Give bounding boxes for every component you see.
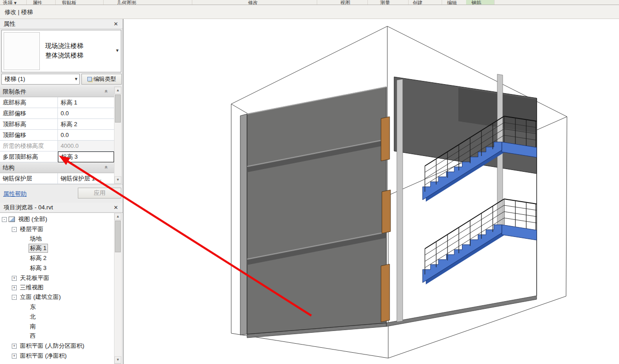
project-browser-panel: 项目浏览器 - 04.rvt ✕ - 视图 (全部) - 楼层平面 场地 标高 … [0,203,123,364]
model-3d-view[interactable] [123,19,619,364]
tree-item-ceiling-plans[interactable]: + 天花板平面 [0,274,114,283]
section-row[interactable]: 结构 » [0,162,114,173]
property-label: 底部偏移 [0,108,58,119]
property-value[interactable]: 钢筋保护层 1 ... [58,173,114,184]
scrollbar-thumb[interactable] [115,95,121,123]
collapse-section-icon[interactable]: » [103,90,110,93]
property-label: 底部标高 [0,97,58,108]
property-row: 顶部偏移 0.0 [0,130,114,141]
properties-table: 限制条件 » 底部标高 标高 1 底部偏移 0.0 顶部标高 标高 2 顶部偏移… [0,86,114,184]
collapse-section-icon[interactable]: » [103,166,110,169]
expand-node-icon[interactable]: + [12,344,17,349]
expand-node-icon[interactable]: + [12,276,17,281]
ribbon-panel-create[interactable]: 创建 [413,0,423,5]
ribbon-panel-clipboard[interactable]: 剪贴板 [62,0,76,5]
property-row: 底部偏移 0.0 [0,108,114,119]
scroll-up-icon[interactable]: ▲ [114,87,121,94]
chevron-down-icon: ▾ [75,76,77,82]
column [397,79,403,322]
tree-item-east[interactable]: 东 [0,303,114,312]
tree-item-level-1[interactable]: 标高 1 [0,244,114,253]
door [381,264,390,322]
chevron-down-icon[interactable]: ▾ [116,47,119,53]
property-label: 顶部偏移 [0,130,58,141]
property-label: 所需的楼梯高度 [0,141,58,151]
ribbon-panel-geometry[interactable]: 几何图形 [117,0,137,5]
browser-scrollbar[interactable]: ▲ ▼ [114,213,122,364]
property-label: 顶部标高 [0,119,58,130]
door [382,190,390,233]
tree-item-level-2[interactable]: 标高 2 [0,254,114,263]
stair-steps [423,225,502,283]
scrollbar-thumb[interactable] [115,221,121,252]
close-icon[interactable]: ✕ [112,203,120,212]
type-thumbnail [4,32,40,70]
tree-item-south[interactable]: 南 [0,322,114,331]
views-icon [9,217,15,222]
tree-item-west[interactable]: 西 [0,331,114,340]
expand-node-icon[interactable]: + [12,354,17,359]
scroll-up-icon[interactable]: ▲ [114,213,121,220]
ribbon-panel-modify[interactable]: 修改 [248,0,258,5]
edit-type-icon [87,77,92,81]
collapse-node-icon[interactable]: - [12,295,17,300]
property-value[interactable]: 0.0 [58,130,114,141]
stair-flight-lower [423,225,537,284]
ribbon-panel-edit[interactable]: 编辑 [447,0,457,5]
ribbon-panel-properties[interactable]: 属性 [33,0,43,5]
selected-tree-item[interactable]: 标高 1 [29,244,48,253]
project-browser-tree: - 视图 (全部) - 楼层平面 场地 标高 1 标高 2 标高 3 + 天花板… [0,213,123,364]
property-row: 钢筋保护层 钢筋保护层 1 ... [0,173,114,184]
type-name: 现场浇注楼梯 整体浇筑楼梯 [45,41,109,60]
doors [381,117,390,322]
properties-footer: 属性帮助 应用 [0,184,123,203]
building-model [124,19,619,364]
close-icon[interactable]: ✕ [112,20,120,28]
properties-help-link[interactable]: 属性帮助 [3,190,27,198]
ribbon-strip: 选择 ▾ 属性 剪贴板 几何图形 修改 视图 测量 创建 编辑 钢筋 [0,0,619,5]
ribbon-panel-view[interactable]: 视图 [340,0,350,5]
context-mode-label: 修改 | 楼梯 [5,5,33,19]
property-value-editing[interactable]: 标高 3 [58,151,114,162]
edit-type-button[interactable]: 编辑类型 [81,74,122,85]
property-row: 底部标高 标高 1 [0,97,114,108]
tree-item-site[interactable]: 场地 [0,234,114,243]
left-wall [247,87,386,334]
property-label: 多层顶部标高 [0,151,58,162]
instance-selector[interactable]: 楼梯 (1) ▾ [1,74,80,85]
property-row: 顶部标高 标高 2 [0,119,114,130]
property-row-multistory-top-level: 多层顶部标高 标高 3 [0,151,114,162]
tree-item-area-plans-net[interactable]: + 面积平面 (净面积) [0,351,114,360]
properties-panel-titlebar[interactable]: 属性 ✕ [0,19,123,29]
ribbon-panel-select[interactable]: 选择 ▾ [3,0,17,5]
door [381,117,390,161]
apply-button[interactable]: 应用 [78,188,121,199]
property-value: 4000.0 [58,141,114,151]
expand-node-icon[interactable]: + [12,285,17,290]
properties-scrollbar[interactable]: ▲ ▼ [114,86,122,184]
collapse-node-icon[interactable]: - [2,217,7,222]
tree-item-elevations[interactable]: - 立面 (建筑立面) [0,293,114,302]
project-browser-titlebar[interactable]: 项目浏览器 - 04.rvt ✕ [0,203,123,213]
property-value[interactable]: 标高 1 [58,97,114,108]
tree-item-floor-plans[interactable]: - 楼层平面 [0,225,114,234]
properties-panel-title: 属性 [4,19,15,28]
tree-item-north[interactable]: 北 [0,312,114,321]
ground-slab [386,296,537,326]
scroll-down-icon[interactable]: ▼ [114,356,121,364]
tree-item-views[interactable]: - 视图 (全部) [0,215,114,224]
tree-item-3d-views[interactable]: + 三维视图 [0,283,114,292]
property-value[interactable]: 0.0 [58,108,114,119]
tree-item-area-plans-civil-defense[interactable]: + 面积平面 (人防分区面积) [0,341,114,350]
property-value[interactable]: 标高 2 [58,119,114,130]
type-selector[interactable]: 现场浇注楼梯 整体浇筑楼梯 ▾ [1,30,121,72]
collapse-node-icon[interactable]: - [12,227,17,232]
section-row[interactable]: 限制条件 » [0,86,114,97]
wall-end-cap [240,114,247,335]
ribbon-panel-rebar[interactable]: 钢筋 [471,0,481,5]
scroll-down-icon[interactable]: ▼ [114,176,121,184]
tree-item-level-3[interactable]: 标高 3 [0,264,114,273]
property-label: 钢筋保护层 [0,173,58,184]
ribbon-panel-measure[interactable]: 测量 [380,0,390,5]
properties-panel: 属性 ✕ 现场浇注楼梯 整体浇筑楼梯 ▾ 楼梯 (1) ▾ 编辑类型 限制条件 … [0,19,123,203]
